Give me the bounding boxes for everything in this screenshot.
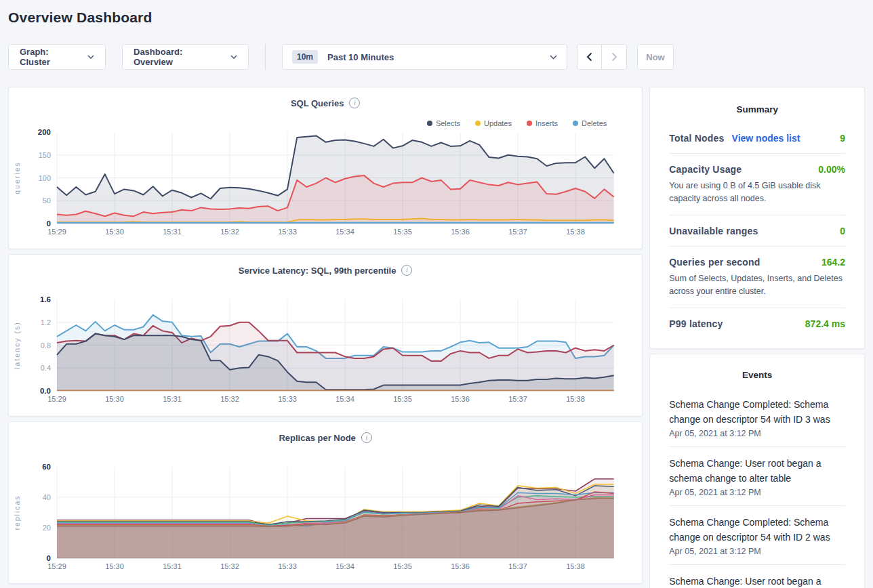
svg-text:15:30: 15:30 [105,228,124,236]
time-range-picker[interactable]: 10m Past 10 Minutes [282,44,567,70]
summary-row-label: P99 latency [669,318,723,329]
replicas-per-node-chart[interactable]: 15:2915:3015:3115:3215:3315:3415:3515:36… [9,460,647,574]
svg-text:15:32: 15:32 [220,228,239,236]
chevron-left-icon [586,52,592,62]
summary-panel: Summary Total NodesView nodes list9Capac… [649,87,865,349]
sidebar: Summary Total NodesView nodes list9Capac… [649,87,865,588]
summary-row-label: Capacity Usage [669,164,742,175]
svg-text:15:35: 15:35 [393,562,412,570]
summary-row-label: Queries per second [669,257,760,268]
svg-text:15:31: 15:31 [163,228,182,236]
page-title: Overview Dashboard [8,0,865,26]
svg-text:15:31: 15:31 [163,395,182,403]
summary-row-value: 9 [840,133,845,144]
svg-text:replicas: replicas [13,495,21,530]
svg-text:50: 50 [43,196,51,205]
event-item: Schema Change Completed: Schema change o… [669,388,845,446]
graph-dropdown[interactable]: Graph: Cluster [8,44,106,70]
event-item: Schema Change Completed: Schema change o… [669,505,845,564]
summary-row: Capacity Usage0.00%You are using 0 B of … [669,153,845,215]
summary-row: P99 latency872.4 ms [669,308,845,339]
svg-text:0.4: 0.4 [41,364,51,372]
event-timestamp: Apr 05, 2021 at 3:12 PM [669,429,845,438]
event-timestamp: Apr 05, 2021 at 3:12 PM [669,547,845,556]
svg-text:15:30: 15:30 [105,395,124,403]
svg-text:40: 40 [43,493,51,501]
service-latency-chart[interactable]: 15:2915:3015:3115:3215:3315:3415:3515:36… [9,293,647,406]
svg-text:15:30: 15:30 [105,562,124,570]
svg-text:1.6: 1.6 [40,295,51,303]
svg-text:15:38: 15:38 [566,395,585,403]
svg-text:0: 0 [47,554,51,562]
svg-text:0.0: 0.0 [40,387,51,395]
svg-text:150: 150 [39,151,51,159]
summary-title: Summary [669,94,845,123]
time-step-buttons [577,44,627,70]
svg-text:15:31: 15:31 [163,562,182,570]
view-nodes-list-link[interactable]: View nodes list [732,133,800,144]
prev-time-button[interactable] [577,44,602,70]
summary-row: Queries per second164.2Sum of Selects, U… [669,246,845,308]
chart-title: SQL Queries [291,98,344,108]
event-timestamp: Apr 05, 2021 at 3:12 PM [669,488,845,497]
svg-text:15:33: 15:33 [278,228,297,236]
svg-text:20: 20 [43,524,51,532]
summary-row-description: You are using 0 B of 4.5 GiB usable disk… [669,180,845,205]
svg-text:15:34: 15:34 [336,395,354,403]
svg-text:15:37: 15:37 [508,395,527,403]
svg-text:latency (s): latency (s) [13,321,21,369]
dashboard-dropdown-label: Dashboard: Overview [134,47,224,67]
info-icon[interactable]: i [349,98,360,108]
svg-text:1.2: 1.2 [41,318,51,327]
next-time-button[interactable] [602,44,627,70]
event-item: Schema Change: User root began a schema … [669,564,845,588]
now-button-label: Now [646,52,664,62]
info-icon[interactable]: i [401,265,412,276]
summary-row-value: 872.4 ms [805,318,845,329]
events-title: Events [669,360,845,388]
events-panel: Events Schema Change Completed: Schema c… [649,354,865,588]
svg-text:queries: queries [13,161,21,194]
chevron-down-icon [550,55,557,60]
chevron-right-icon [611,52,617,62]
event-item: Schema Change: User root began a schema … [669,446,845,505]
svg-text:15:34: 15:34 [336,228,354,236]
svg-text:15:37: 15:37 [508,562,527,570]
svg-text:15:38: 15:38 [566,228,585,236]
sql-queries-panel: SQL Queries i SelectsUpdatesInsertsDelet… [8,87,643,249]
svg-text:15:33: 15:33 [278,562,297,570]
svg-text:0.8: 0.8 [41,341,51,350]
replicas-per-node-panel: Replicas per Node i 15:2915:3015:3115:32… [8,421,643,584]
toolbar-divider [265,44,266,70]
summary-row-description: Sum of Selects, Updates, Inserts, and De… [669,272,845,298]
svg-text:15:37: 15:37 [508,228,527,236]
time-range-label: Past 10 Minutes [327,52,550,62]
svg-text:15:36: 15:36 [451,562,470,570]
svg-text:0: 0 [47,219,51,228]
summary-row: Unavailable ranges0 [669,215,845,246]
now-button[interactable]: Now [637,44,674,70]
summary-row-value: 0 [840,226,845,236]
toolbar: Graph: Cluster Dashboard: Overview 10m P… [8,44,865,70]
svg-text:15:29: 15:29 [47,228,66,236]
svg-text:15:38: 15:38 [566,562,585,570]
svg-text:15:36: 15:36 [451,395,470,403]
time-range-badge: 10m [292,50,318,64]
summary-row: Total NodesView nodes list9 [669,123,845,153]
dashboard-dropdown[interactable]: Dashboard: Overview [122,44,249,70]
event-message: Schema Change Completed: Schema change o… [669,515,845,545]
svg-text:15:32: 15:32 [220,562,239,570]
service-latency-panel: Service Latency: SQL, 99th percentile i … [8,254,643,417]
summary-row-value: 0.00% [818,164,845,175]
svg-text:15:32: 15:32 [220,395,239,403]
chevron-down-icon [87,55,94,59]
chevron-down-icon [230,55,237,59]
svg-text:60: 60 [42,463,51,471]
sql-queries-chart[interactable]: 15:2915:3015:3115:3215:3315:3415:3515:36… [9,125,647,239]
svg-text:15:35: 15:35 [393,395,412,403]
chart-title: Replicas per Node [279,433,355,443]
svg-text:15:29: 15:29 [47,562,66,570]
info-icon[interactable]: i [361,432,372,443]
graph-dropdown-label: Graph: Cluster [20,47,81,67]
svg-text:100: 100 [39,174,51,182]
